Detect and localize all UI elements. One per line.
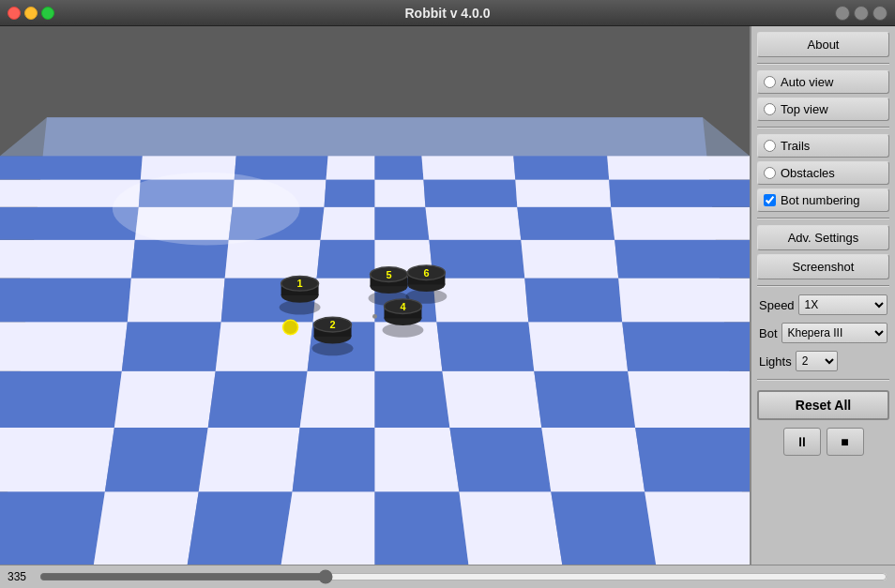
obstacles-label: Obstacles [781,166,835,180]
svg-marker-67 [0,156,143,179]
bot-numbering-row[interactable]: Bot numbering [757,188,889,212]
svg-marker-64 [423,179,517,206]
separator-5 [757,379,889,381]
svg-text:4: 4 [400,301,405,312]
svg-marker-10 [645,491,750,565]
svg-marker-17 [541,428,645,491]
svg-marker-28 [122,322,221,371]
bot-select[interactable]: Khepera III Khepera IV E-puck [781,323,887,343]
svg-marker-58 [611,207,750,240]
svg-point-76 [113,173,300,246]
svg-marker-5 [188,491,293,565]
svg-marker-33 [528,322,628,371]
top-view-row[interactable]: Top view [757,98,889,121]
floor-svg: 1 2 5 [0,26,750,565]
window-controls[interactable] [8,7,54,20]
screenshot-button[interactable]: Screenshot [757,254,889,279]
svg-marker-3 [0,491,105,565]
svg-marker-70 [326,156,375,179]
svg-text:6: 6 [423,267,429,279]
svg-marker-36 [128,279,225,323]
svg-marker-44 [131,240,229,279]
bot-numbering-checkbox[interactable] [764,194,776,206]
separator-4 [757,285,889,287]
close-button[interactable] [8,7,21,20]
svg-marker-6 [281,491,375,565]
svg-marker-50 [614,240,750,279]
svg-marker-75 [0,117,750,156]
trails-label: Trails [781,139,810,153]
svg-marker-66 [609,179,750,206]
svg-text:5: 5 [386,269,391,280]
svg-marker-65 [515,179,611,206]
trails-radio[interactable] [764,140,776,152]
timeline-slider[interactable] [39,569,887,584]
adv-settings-button[interactable]: Adv. Settings [757,225,889,250]
svg-point-107 [283,320,298,335]
svg-marker-40 [432,279,528,323]
separator-3 [757,218,889,219]
top-view-label: Top view [781,102,828,116]
pause-button[interactable]: ⏸ [783,428,821,456]
main-area: 1 2 5 [0,26,895,565]
bot-numbering-label: Bot numbering [781,193,860,207]
3d-viewport[interactable]: 1 2 5 [0,26,750,565]
obstacles-radio[interactable] [764,167,776,179]
titlebar: Robbit v 4.0.0 [0,0,895,26]
svg-marker-38 [313,279,375,323]
stop-button[interactable]: ■ [827,428,864,456]
svg-marker-4 [94,491,199,565]
svg-marker-46 [317,240,375,279]
svg-marker-23 [375,371,450,428]
svg-marker-72 [421,156,515,179]
lights-label: Lights [759,354,792,369]
obstacles-row[interactable]: Obstacles [757,161,889,185]
auto-view-label: Auto view [781,75,833,89]
svg-marker-18 [635,428,750,491]
lights-select[interactable]: 1 2 3 4 [796,351,838,371]
playback-controls: ⏸ ■ [757,428,889,456]
speed-row: Speed 1X 2X 4X 0.5X [757,293,889,317]
svg-marker-8 [459,491,562,565]
reset-all-button[interactable]: Reset All [757,390,889,420]
svg-marker-63 [375,179,426,206]
lights-row: Lights 1 2 3 4 [757,349,889,373]
app-title: Robbit v 4.0.0 [404,6,490,21]
trails-row[interactable]: Trails [757,134,889,158]
slider-bar: 335 [0,565,895,588]
top-view-radio[interactable] [764,103,776,115]
auto-view-radio[interactable] [764,76,776,88]
about-button[interactable]: About [757,32,889,57]
titlebar-right-controls[interactable] [835,6,887,21]
svg-marker-22 [300,371,375,428]
svg-marker-15 [375,428,460,491]
svg-marker-49 [521,240,618,279]
svg-marker-35 [0,279,131,323]
svg-marker-19 [0,371,122,428]
speed-select[interactable]: 1X 2X 4X 0.5X [798,294,887,315]
separator-2 [757,127,889,128]
svg-marker-27 [0,322,128,371]
svg-point-108 [372,314,377,319]
svg-marker-71 [375,156,424,179]
svg-marker-55 [375,207,430,240]
svg-marker-26 [628,371,750,428]
svg-marker-16 [449,428,551,491]
title-btn-1[interactable] [835,6,850,21]
title-btn-3[interactable] [872,6,887,21]
svg-marker-34 [622,322,750,371]
maximize-button[interactable] [41,7,54,20]
svg-marker-11 [0,428,114,491]
svg-text:2: 2 [330,319,336,330]
svg-marker-20 [114,371,216,428]
minimize-button[interactable] [24,7,38,20]
svg-marker-74 [607,156,750,179]
auto-view-row[interactable]: Auto view [757,70,889,94]
svg-marker-9 [551,491,656,565]
svg-marker-54 [321,207,375,240]
svg-marker-32 [436,322,534,371]
title-btn-2[interactable] [854,6,869,21]
separator-1 [757,63,889,65]
svg-marker-43 [0,240,135,279]
svg-marker-12 [105,428,208,491]
